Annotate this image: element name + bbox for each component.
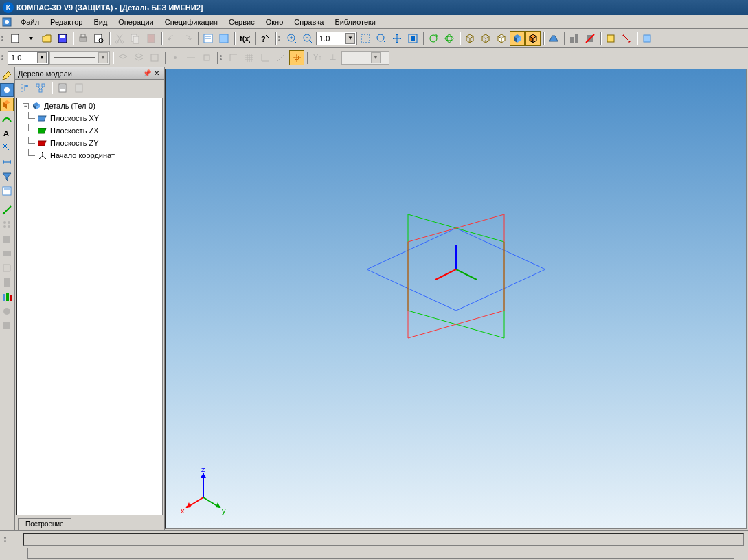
spatial-curves-button[interactable]	[0, 112, 14, 126]
shaded-button[interactable]	[510, 31, 525, 46]
array-button[interactable]	[0, 218, 14, 232]
axis-button[interactable]	[273, 50, 288, 65]
layer-button-2[interactable]	[131, 50, 146, 65]
menu-editor[interactable]: Редактор	[45, 16, 88, 27]
3d-viewport[interactable]: z x y	[165, 69, 747, 529]
library-button[interactable]	[0, 290, 14, 304]
paste-button[interactable]	[144, 31, 159, 46]
zoom-fit-button[interactable]	[405, 31, 420, 46]
toolbar2-grip[interactable]	[1, 50, 5, 65]
tree-item-zy[interactable]: Плоскость ZY	[19, 137, 161, 149]
menu-window[interactable]: Окно	[260, 16, 289, 27]
menu-file[interactable]: Файл	[15, 16, 45, 27]
zoom-prev-button[interactable]	[374, 31, 389, 46]
hidden-lines-button[interactable]	[478, 31, 493, 46]
zoom-in-button[interactable]	[284, 31, 299, 46]
tree-item-origin[interactable]: Начало координат	[19, 149, 161, 161]
tree-settings-button[interactable]	[55, 80, 70, 96]
redraw-button[interactable]	[619, 31, 634, 46]
grid-button[interactable]	[242, 50, 257, 65]
menu-view[interactable]: Вид	[88, 16, 113, 27]
zoom-combo[interactable]: 1.0 ▼	[316, 32, 357, 45]
copy-button[interactable]	[128, 31, 143, 46]
more-button-1[interactable]	[0, 304, 14, 318]
pin-icon[interactable]: 📌	[142, 69, 152, 78]
print-button[interactable]	[76, 31, 91, 46]
preview-button[interactable]	[91, 31, 106, 46]
tree-body[interactable]: − Деталь (Тел-0) Плоскость XY Плоскость …	[16, 98, 163, 515]
lcs-button[interactable]	[258, 50, 273, 65]
view-toolbar-grip[interactable]	[278, 31, 282, 46]
layer-button-1[interactable]	[115, 50, 131, 65]
menu-operations[interactable]: Операции	[113, 16, 159, 27]
open-button[interactable]	[39, 31, 54, 46]
tree-tab-build[interactable]: Построение	[18, 518, 71, 530]
help-button[interactable]: ?	[258, 31, 273, 46]
wireframe-button[interactable]	[462, 31, 477, 46]
snap-toggle-button[interactable]	[289, 50, 304, 65]
edit-3d-button[interactable]	[0, 98, 14, 111]
tree-item-zx[interactable]: Плоскость ZX	[19, 124, 161, 137]
no-hidden-button[interactable]	[494, 31, 509, 46]
section-button[interactable]	[582, 31, 598, 46]
rotate-button[interactable]	[426, 31, 441, 46]
zoom-out-button[interactable]	[300, 31, 315, 46]
step-dropdown-arrow[interactable]: ▼	[37, 52, 47, 63]
menu-specification[interactable]: Спецификация	[159, 16, 223, 27]
style-dropdown-arrow[interactable]: ▼	[98, 52, 108, 63]
undo-button[interactable]	[164, 31, 179, 46]
style-combo[interactable]: ▼	[49, 51, 110, 65]
minus-icon[interactable]: −	[23, 103, 29, 109]
more-button-2[interactable]	[0, 319, 14, 333]
elements-button[interactable]	[0, 232, 14, 246]
tree-structure-button[interactable]	[33, 80, 48, 96]
filters-button[interactable]	[0, 170, 14, 183]
save-button[interactable]	[55, 31, 70, 46]
measure-button[interactable]	[0, 203, 14, 217]
tree-root-item[interactable]: − Деталь (Тел-0)	[19, 100, 161, 112]
tool-button-1[interactable]	[639, 31, 655, 46]
zoom-dropdown-arrow[interactable]: ▼	[345, 33, 355, 44]
coord-button-1[interactable]: Y↑	[310, 50, 325, 65]
toolbar2-grip2[interactable]	[220, 50, 224, 65]
snap-button-2[interactable]	[183, 50, 199, 65]
variables-button[interactable]: f(x)	[237, 31, 252, 46]
tree-item-xy[interactable]: Плоскость XY	[19, 112, 161, 124]
menu-help[interactable]: Справка	[288, 16, 329, 27]
zoom-window-button[interactable]	[358, 31, 373, 46]
menu-service[interactable]: Сервис	[223, 16, 260, 27]
close-icon[interactable]: ✕	[152, 69, 161, 78]
report-button[interactable]	[0, 276, 14, 289]
perspective-button[interactable]	[546, 31, 561, 46]
status-grip[interactable]	[4, 532, 8, 547]
snap-button-1[interactable]	[168, 50, 183, 65]
surfaces-button[interactable]: A	[0, 126, 14, 140]
spec-button[interactable]	[201, 31, 216, 46]
tree-relations-button[interactable]	[71, 80, 87, 96]
sheet-button[interactable]	[0, 247, 14, 260]
properties-button[interactable]	[216, 31, 231, 46]
snap-button-3[interactable]	[199, 50, 214, 65]
toolbar-grip[interactable]	[1, 31, 5, 46]
orbit-button[interactable]	[442, 31, 457, 46]
menu-libraries[interactable]: Библиотеки	[329, 16, 381, 27]
horizontal-scrollbar[interactable]	[27, 548, 734, 559]
cut-button[interactable]	[112, 31, 127, 46]
aux-geometry-button[interactable]	[0, 141, 14, 155]
angle-combo[interactable]: ▼	[341, 51, 389, 65]
document-icon[interactable]	[1, 16, 12, 27]
tree-display-button[interactable]	[16, 80, 32, 96]
new-button[interactable]	[8, 31, 23, 46]
ortho-button[interactable]	[226, 50, 241, 65]
simplify-button[interactable]	[567, 31, 582, 46]
coord-button-2[interactable]: ⊥	[326, 50, 341, 65]
layer-button-3[interactable]	[147, 50, 162, 65]
param-button[interactable]	[0, 261, 14, 275]
new-dropdown[interactable]	[23, 31, 38, 46]
edit-sketch-button[interactable]	[0, 69, 14, 82]
redo-button[interactable]	[180, 31, 195, 46]
spec-tools-button[interactable]	[0, 184, 14, 198]
shaded-edges-button[interactable]	[525, 31, 541, 46]
geometry-button[interactable]	[0, 83, 14, 97]
rebuild-button[interactable]	[603, 31, 618, 46]
